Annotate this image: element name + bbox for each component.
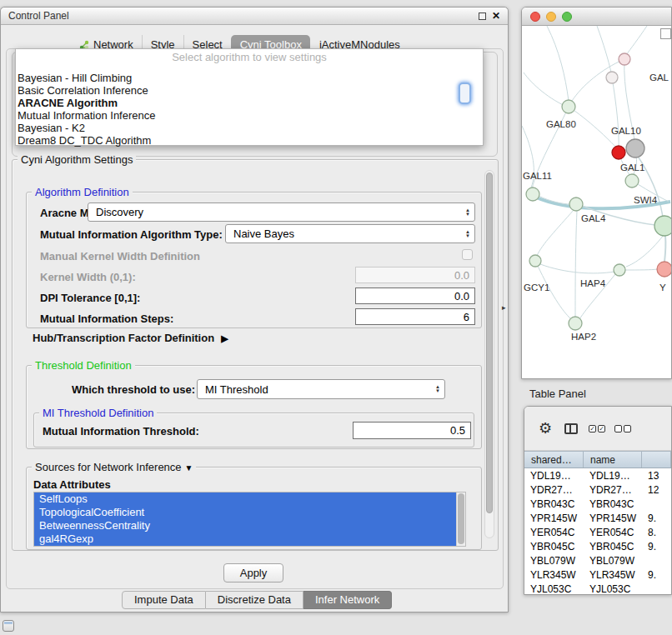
- dropdown-item[interactable]: ARACNE Algorithm: [16, 97, 483, 109]
- table-row[interactable]: YPR145WYPR145W9.: [524, 511, 671, 525]
- table-row[interactable]: YDR27…YDR27…12: [524, 482, 671, 497]
- close-window-icon[interactable]: ✕: [492, 12, 500, 20]
- table-cell: YDL19…: [524, 470, 584, 482]
- attribute-list-item[interactable]: TopologicalCoefficient: [34, 506, 465, 519]
- mi-threshold-field[interactable]: [353, 422, 471, 439]
- checked-box-glyph: ✓: [598, 425, 605, 432]
- table-cell: 8.: [642, 527, 671, 538]
- dropdown-item[interactable]: Basic Correlation Inference: [16, 84, 483, 97]
- deselect-all-icon[interactable]: [614, 419, 632, 438]
- dropdown-item[interactable]: Bayesian - K2: [16, 122, 483, 134]
- network-window-titlebar[interactable]: [522, 8, 671, 26]
- column-selector-icon[interactable]: [562, 419, 580, 438]
- network-edge: [625, 269, 658, 270]
- dropdown-item-list: Bayesian - Hill ClimbingBasic Correlatio…: [16, 72, 483, 147]
- threshold-definition-group: Threshold Definition Which threshold to …: [26, 365, 482, 449]
- dpi-tolerance-field[interactable]: [355, 288, 475, 304]
- table-cell: 13: [642, 470, 671, 482]
- list-scrollbar[interactable]: [456, 492, 465, 546]
- tab-discretize-data[interactable]: Discretize Data: [206, 591, 303, 609]
- network-node-label: GAL: [649, 72, 669, 82]
- column-header-name[interactable]: name: [584, 452, 642, 468]
- table-cell: YBR045C: [524, 541, 584, 552]
- network-node[interactable]: [657, 262, 672, 277]
- data-attributes-list[interactable]: SelfLoopsTopologicalCoefficientBetweenne…: [33, 492, 466, 547]
- table-toolbar: ⚙ ✓ ✓: [524, 407, 671, 451]
- close-traffic-light[interactable]: [530, 12, 540, 22]
- birdseye-toggle[interactable]: [660, 28, 671, 39]
- table-row[interactable]: YBR045CYBR045C9.: [524, 539, 671, 553]
- table-row[interactable]: YER054CYER054C8.: [524, 525, 671, 539]
- select-all-icon[interactable]: ✓ ✓: [588, 419, 606, 438]
- column-header-shared-name[interactable]: shared…: [524, 452, 584, 468]
- dropdown-item[interactable]: Bayesian - Hill Climbing: [16, 72, 483, 84]
- expand-right-icon[interactable]: ▶: [221, 333, 228, 343]
- attribute-list-item[interactable]: SelfLoops: [34, 492, 465, 506]
- network-edge: [597, 26, 611, 72]
- table-cell: YBR043C: [524, 498, 584, 510]
- table-cell: YPR145W: [584, 512, 642, 524]
- network-node[interactable]: [569, 198, 583, 211]
- network-node[interactable]: [529, 255, 541, 267]
- unchecked-box-glyph: [614, 425, 622, 432]
- table-cell: 12: [642, 484, 671, 496]
- which-threshold-value: MI Threshold: [205, 383, 432, 396]
- table-row[interactable]: YBR043CYBR043C: [524, 497, 671, 511]
- tab-impute-data[interactable]: Impute Data: [122, 591, 206, 609]
- table-cell: YJL053C: [524, 583, 584, 595]
- network-edge: [626, 235, 664, 267]
- which-threshold-select[interactable]: MI Threshold ▲▼: [197, 379, 445, 399]
- focus-ring-button[interactable]: [459, 82, 471, 104]
- manual-kernel-width-label: Manual Kernel Width Definition: [40, 250, 200, 262]
- minimized-panel-icon[interactable]: [3, 620, 14, 632]
- window-title: Control Panel: [8, 10, 69, 22]
- network-graph[interactable]: GALGAL80GAL10GAL1GAL11SWI4GAL4GCY1HAP4YH…: [522, 26, 672, 378]
- mi-type-select[interactable]: Naive Bayes ▲▼: [225, 224, 475, 243]
- settings-scrollbar[interactable]: [484, 170, 494, 538]
- attribute-list-item[interactable]: BetweennessCentrality: [34, 519, 465, 532]
- zoom-traffic-light[interactable]: [562, 12, 572, 22]
- attribute-list-item[interactable]: gal4RGexp: [34, 532, 465, 546]
- table-row[interactable]: YLR345WYLR345W9.: [524, 568, 671, 582]
- data-attributes-label: Data Attributes: [33, 478, 111, 491]
- network-node[interactable]: [614, 264, 625, 276]
- network-node[interactable]: [619, 53, 630, 65]
- column-header-extra[interactable]: [642, 452, 671, 468]
- mi-steps-field[interactable]: [355, 308, 475, 325]
- dropdown-item[interactable]: Mutual Information Inference: [16, 109, 483, 122]
- float-window-icon[interactable]: [479, 12, 486, 20]
- collapse-down-icon[interactable]: ▼: [185, 463, 193, 472]
- network-node-label: GCY1: [524, 282, 549, 292]
- algorithm-definition-group: Algorithm Definition Aracne Mode: Discov…: [26, 192, 482, 328]
- network-canvas[interactable]: GALGAL80GAL10GAL1GAL11SWI4GAL4GCY1HAP4YH…: [522, 26, 671, 378]
- network-node-label: GAL80: [546, 119, 576, 129]
- minimize-traffic-light[interactable]: [546, 12, 556, 22]
- network-node[interactable]: [606, 72, 618, 83]
- table-row[interactable]: YDL19…YDL19…13: [524, 468, 671, 482]
- table-row[interactable]: YJL053CYJL053C: [524, 582, 671, 595]
- splitpane-collapse-arrow[interactable]: ▸: [502, 303, 506, 312]
- mi-type-label: Mutual Information Algorithm Type:: [40, 228, 223, 241]
- tab-infer-network[interactable]: Infer Network: [303, 591, 392, 609]
- table-row[interactable]: YBL079WYBL079W: [524, 553, 671, 568]
- mi-type-value: Naive Bayes: [233, 228, 462, 240]
- apply-button[interactable]: Apply: [223, 563, 283, 582]
- network-node[interactable]: [569, 317, 582, 330]
- control-panel-titlebar[interactable]: Control Panel ✕: [1, 8, 508, 25]
- network-node[interactable]: [654, 216, 672, 236]
- dropdown-item[interactable]: Dream8 DC_TDC Algorithm: [16, 134, 483, 147]
- network-node[interactable]: [612, 146, 625, 159]
- sources-title[interactable]: Sources for Network Inference▼: [32, 461, 196, 474]
- network-node-label: GAL11: [523, 171, 552, 181]
- network-node[interactable]: [625, 174, 639, 188]
- aracne-mode-select[interactable]: Discovery ▲▼: [88, 202, 475, 222]
- control-panel-window: Control Panel ✕ Network Style Select Cyn…: [0, 7, 509, 612]
- manual-kernel-width-checkbox: [462, 249, 473, 260]
- list-scrollbar-thumb[interactable]: [458, 493, 464, 544]
- network-node[interactable]: [562, 100, 575, 113]
- settings-scrollbar-thumb[interactable]: [486, 172, 493, 513]
- network-node[interactable]: [526, 188, 539, 201]
- table-settings-gear-icon[interactable]: ⚙: [536, 419, 554, 438]
- hub-definition-section[interactable]: Hub/Transcription Factor Definition▶: [33, 332, 228, 344]
- network-node[interactable]: [626, 139, 644, 158]
